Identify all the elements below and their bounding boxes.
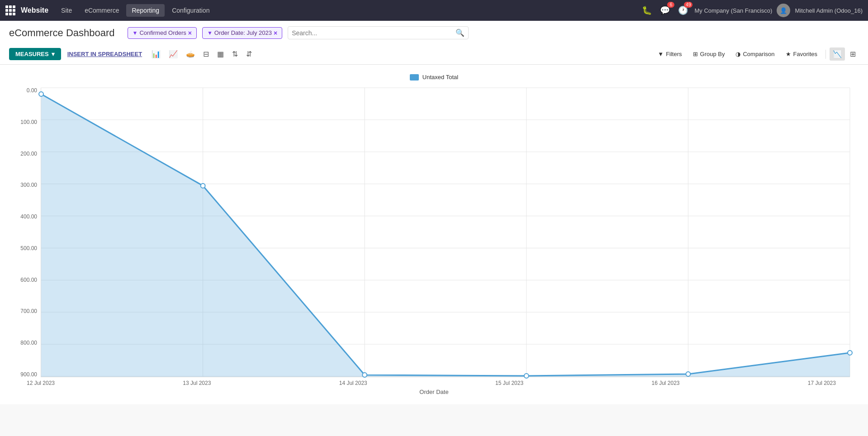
y-tick-800: 800.00	[20, 340, 37, 346]
activities-icon[interactable]: 🕐 49	[676, 4, 690, 17]
filters-label: Filters	[666, 51, 682, 57]
data-point-2	[362, 373, 367, 377]
y-tick-600: 600.00	[20, 277, 37, 283]
data-point-0	[39, 92, 43, 96]
insert-spreadsheet-button[interactable]: INSERT IN SPREADSHEET	[63, 48, 147, 60]
page-header-top: eCommerce Dashboard ▼ Confirmed Orders ×…	[9, 26, 859, 44]
page-header: eCommerce Dashboard ▼ Confirmed Orders ×…	[0, 21, 868, 65]
chart-fill-area	[41, 94, 850, 377]
nav-reporting[interactable]: Reporting	[126, 4, 165, 17]
y-tick-400: 400.00	[20, 214, 37, 219]
chart-wrapper: 900.00 800.00 700.00 600.00 500.00 400.0…	[14, 88, 854, 395]
search-area[interactable]: 🔍	[288, 26, 469, 39]
bug-report-icon[interactable]: 🐛	[640, 4, 654, 17]
filter-order-date-close[interactable]: ×	[274, 29, 277, 37]
filter-icon-2: ▼	[207, 30, 213, 36]
stack-chart-icon[interactable]: ⊟	[200, 47, 212, 61]
y-tick-200: 200.00	[20, 151, 37, 156]
y-tick-300: 300.00	[20, 182, 37, 188]
legend-color-swatch	[410, 74, 419, 81]
bar-chart-icon[interactable]: 📊	[148, 47, 164, 61]
filter-order-date[interactable]: ▼ Order Date: July 2023 ×	[202, 27, 282, 39]
y-tick-500: 500.00	[20, 246, 37, 251]
chart-container: Untaxed Total 900.00 800.00 700.00 600.0…	[0, 65, 868, 404]
measures-button[interactable]: MEASURES ▾	[9, 48, 61, 60]
data-point-1	[201, 184, 205, 188]
x-tick-3: 15 Jul 2023	[495, 380, 523, 386]
y-tick-700: 700.00	[20, 308, 37, 314]
avatar[interactable]: 👤	[777, 4, 790, 17]
search-input[interactable]	[292, 29, 455, 37]
data-point-3	[524, 374, 529, 378]
y-axis: 900.00 800.00 700.00 600.00 500.00 400.0…	[14, 88, 41, 377]
search-icon[interactable]: 🔍	[455, 28, 465, 37]
user-name[interactable]: Mitchell Admin (Odoo_16)	[795, 7, 863, 14]
x-axis-ticks: 12 Jul 2023 13 Jul 2023 14 Jul 2023 15 J…	[41, 380, 850, 386]
x-axis-label: Order Date	[419, 389, 448, 395]
data-point-4	[686, 372, 690, 376]
groupby-button[interactable]: ⊞ Group By	[688, 48, 730, 60]
x-tick-4: 16 Jul 2023	[651, 380, 679, 386]
chart-legend: Untaxed Total	[14, 74, 854, 81]
x-tick-0: 12 Jul 2023	[27, 380, 55, 386]
pie-chart-icon[interactable]: 🥧	[183, 47, 198, 61]
toolbar: MEASURES ▾ INSERT IN SPREADSHEET 📊 📈 🥧 ⊟…	[9, 44, 859, 64]
page-title: eCommerce Dashboard	[9, 27, 115, 39]
top-nav-right: 🐛 💬 6 🕐 49 My Company (San Francisco) 👤 …	[640, 4, 863, 17]
x-tick-2: 14 Jul 2023	[339, 380, 367, 386]
toolbar-separator	[825, 50, 826, 59]
filters-button[interactable]: ▼ Filters	[653, 48, 686, 60]
y-tick-100: 100.00	[20, 119, 37, 125]
activities-badge: 49	[684, 2, 693, 8]
chat-badge: 6	[667, 2, 674, 8]
measures-label: MEASURES	[15, 51, 49, 57]
line-chart-icon[interactable]: 📈	[166, 47, 181, 61]
favorites-label: Favorites	[793, 51, 817, 57]
data-point-5	[848, 351, 852, 355]
toolbar-right: ▼ Filters ⊞ Group By ◑ Comparison ★ Favo…	[653, 47, 859, 61]
groupby-label: Group By	[700, 51, 725, 57]
filter-funnel-icon: ▼	[658, 51, 664, 57]
top-navigation: Website Site eCommerce Reporting Configu…	[0, 0, 868, 21]
graph-view-button[interactable]: 📉	[830, 47, 845, 61]
filter-order-date-label: Order Date: July 2023	[214, 29, 272, 36]
nav-configuration[interactable]: Configuration	[166, 4, 215, 17]
chart-area	[41, 88, 850, 377]
y-tick-900: 900.00	[20, 372, 37, 377]
nav-ecommerce[interactable]: eCommerce	[79, 4, 124, 17]
pivot-view-button[interactable]: ⊞	[847, 47, 859, 61]
apps-menu-icon[interactable]	[5, 5, 15, 15]
ascending-sort-icon[interactable]: ⇅	[229, 47, 241, 61]
chart-svg	[41, 88, 850, 377]
filter-confirmed-orders[interactable]: ▼ Confirmed Orders ×	[128, 27, 197, 39]
comparison-icon: ◑	[735, 51, 740, 57]
filter-icon-1: ▼	[133, 30, 138, 36]
chat-icon[interactable]: 💬 6	[658, 4, 672, 17]
grouped-bar-icon[interactable]: ▦	[214, 47, 227, 61]
filter-confirmed-orders-label: Confirmed Orders	[139, 29, 186, 36]
company-name[interactable]: My Company (San Francisco)	[694, 7, 772, 14]
star-icon: ★	[786, 51, 791, 57]
comparison-button[interactable]: ◑ Comparison	[731, 48, 779, 60]
x-tick-5: 17 Jul 2023	[808, 380, 836, 386]
measures-dropdown-icon: ▾	[52, 51, 55, 57]
x-tick-1: 13 Jul 2023	[183, 380, 211, 386]
filter-confirmed-orders-close[interactable]: ×	[188, 29, 192, 37]
legend-label: Untaxed Total	[422, 74, 458, 81]
comparison-label: Comparison	[743, 51, 774, 57]
nav-site[interactable]: Site	[56, 4, 77, 17]
brand-logo[interactable]: Website	[21, 6, 48, 14]
descending-sort-icon[interactable]: ⇵	[243, 47, 255, 61]
groupby-icon: ⊞	[693, 51, 698, 57]
favorites-button[interactable]: ★ Favorites	[781, 48, 822, 60]
y-tick-0: 0.00	[27, 88, 37, 93]
